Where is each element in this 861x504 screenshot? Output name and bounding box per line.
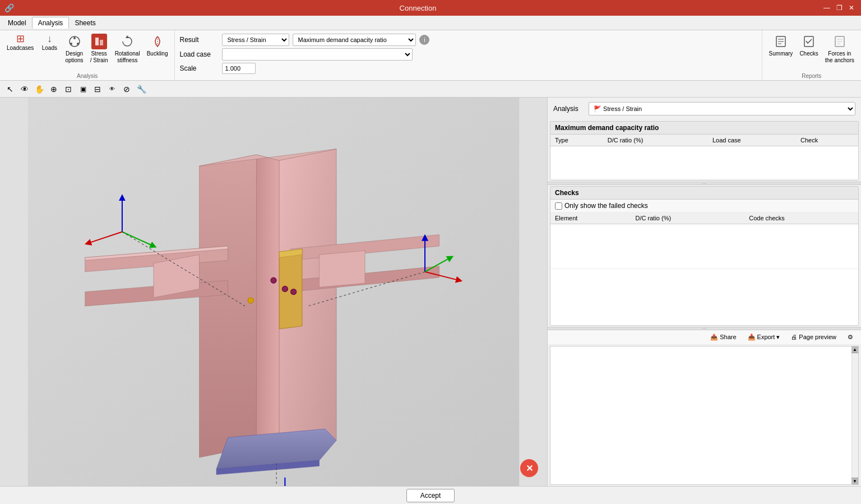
only-failed-row: Only show the failed checks [550, 200, 858, 212]
buckling-button[interactable]: Buckling [145, 33, 170, 58]
analysis-dropdown[interactable]: 🚩 Stress / Strain [589, 102, 855, 115]
export-label: Export [757, 334, 775, 340]
col-type: Type [550, 135, 603, 146]
checks-empty-row [550, 224, 858, 269]
result-row: Result Stress / Strain Maximum demand ca… [179, 34, 757, 46]
share-icon: 📤 [710, 334, 718, 341]
summary-button[interactable]: Summary [767, 33, 795, 65]
svg-point-36 [248, 298, 253, 303]
menu-bar: Model Analysis Sheets [0, 16, 861, 30]
share-button[interactable]: 📤 Share [707, 332, 739, 342]
svg-marker-28 [320, 251, 365, 287]
col-check: Check [796, 135, 858, 146]
loadcase-row: Load case [179, 48, 757, 61]
export-icon: 📥 [748, 334, 756, 341]
col-dc-ratio: D/C ratio (%) [603, 135, 708, 146]
report-settings-button[interactable]: ⚙ [844, 332, 857, 342]
scroll-down-button[interactable]: ▼ [851, 478, 858, 484]
ribbon-group-reports: Summary Checks [762, 30, 861, 80]
checks-button[interactable]: Checks [797, 33, 820, 65]
menu-model[interactable]: Model [2, 17, 32, 29]
svg-rect-4 [95, 38, 99, 45]
rotational-stiffness-icon [121, 35, 133, 48]
pan-tool[interactable]: ✋ [33, 82, 46, 96]
scrollbar-track: ▲ ▼ [851, 346, 858, 485]
zoom-all-tool[interactable]: ▣ [76, 82, 90, 96]
checks-table-header: Element D/C ratio (%) Code checks [550, 212, 858, 224]
orbit-tool[interactable]: 👁 [18, 82, 31, 96]
page-preview-label: Page preview [799, 334, 836, 340]
scale-input[interactable] [222, 63, 256, 74]
menu-sheets[interactable]: Sheets [69, 17, 101, 29]
bottom-bar: Accept [0, 486, 861, 504]
max-demand-title: Maximum demand capacity ratio [550, 122, 858, 135]
analysis-group-label: Analysis [4, 72, 170, 79]
loadcases-button[interactable]: ⊞ Loadcases [4, 33, 36, 53]
svg-marker-19 [200, 155, 257, 457]
checks-table: Element D/C ratio (%) Code checks [550, 212, 858, 269]
checks-label: Checks [799, 50, 818, 57]
svg-rect-5 [100, 40, 103, 45]
stress-strain-icon [94, 36, 104, 47]
svg-point-34 [282, 286, 288, 292]
loadcases-icon: ⊞ [16, 34, 25, 44]
resize-handle-1[interactable]: ··· [548, 182, 861, 185]
reports-group-label: Reports [767, 72, 857, 79]
settings-tool[interactable]: 🔧 [135, 82, 148, 96]
window-controls: — ❐ ✕ [822, 3, 857, 13]
svg-marker-18 [256, 155, 279, 452]
buckling-label: Buckling [147, 50, 168, 57]
summary-icon [775, 35, 787, 48]
checks-col-dc: D/C ratio (%) [631, 212, 745, 224]
forces-in-anchors-button[interactable]: Forces inthe anchors [823, 33, 857, 65]
page-preview-button[interactable]: 🖨 Page preview [788, 332, 840, 341]
viewport-close-button[interactable]: ✕ [520, 459, 538, 477]
close-x-icon: ✕ [526, 463, 533, 474]
restore-button[interactable]: ❐ [834, 3, 844, 13]
max-demand-table-header: Type D/C ratio (%) Load case Check [550, 135, 858, 146]
max-demand-select[interactable]: Maximum demand capacity ratio [293, 34, 416, 46]
zoom-in-tool[interactable]: ⊕ [47, 82, 61, 96]
loadcases-label: Loadcases [7, 45, 34, 52]
clipping-tool[interactable]: ⊘ [120, 82, 133, 96]
export-button[interactable]: 📥 Export ▾ [744, 332, 784, 342]
close-button[interactable]: ✕ [846, 3, 857, 13]
report-content-area[interactable]: ▲ ▼ [550, 346, 859, 485]
loads-button[interactable]: ↓ Loads [38, 33, 61, 53]
zoom-out-tool[interactable]: ⊟ [91, 82, 104, 96]
visibility-tool[interactable]: 👁 [105, 82, 119, 96]
checks-icon [803, 35, 815, 48]
report-toolbar: 📤 Share 📥 Export ▾ 🖨 Page preview ⚙ [548, 330, 861, 345]
info-icon[interactable]: i [419, 35, 429, 45]
checks-title: Checks [550, 187, 858, 200]
loads-label: Loads [42, 45, 57, 52]
summary-label: Summary [769, 50, 793, 57]
title-bar: 🔗 Connection — ❐ ✕ [0, 0, 861, 16]
menu-analysis[interactable]: Analysis [32, 17, 70, 29]
result-select[interactable]: Stress / Strain [222, 34, 289, 46]
toolbar: ↖ 👁 ✋ ⊕ ⊡ ▣ ⊟ 👁 ⊘ 🔧 [0, 81, 861, 98]
loads-icon: ↓ [47, 34, 52, 44]
svg-point-1 [73, 37, 76, 39]
forces-in-anchors-icon [834, 35, 846, 48]
rotational-stiffness-label: Rotationalstiffness [115, 50, 140, 64]
loadcase-select[interactable] [222, 48, 413, 61]
buckling-icon [152, 35, 163, 48]
rotational-stiffness-button[interactable]: Rotationalstiffness [113, 33, 142, 65]
stress-strain-label: Stress/ Strain [90, 50, 108, 64]
ribbon-group-results: Result Stress / Strain Maximum demand ca… [175, 30, 762, 80]
viewport[interactable]: ✕ [0, 98, 547, 486]
only-failed-checkbox[interactable] [555, 202, 562, 210]
select-tool[interactable]: ↖ [3, 82, 17, 96]
design-options-button[interactable]: Designoptions [63, 33, 85, 65]
zoom-box-tool[interactable]: ⊡ [62, 82, 75, 96]
svg-point-3 [77, 43, 79, 45]
scroll-up-button[interactable]: ▲ [851, 346, 858, 353]
minimize-button[interactable]: — [822, 3, 832, 13]
accept-button[interactable]: Accept [406, 489, 455, 502]
viewport-3d [0, 98, 547, 486]
col-load-case: Load case [708, 135, 796, 146]
report-content [550, 346, 858, 470]
analysis-selector-label: Analysis [553, 105, 584, 113]
stress-strain-button[interactable]: Stress/ Strain [88, 33, 110, 65]
